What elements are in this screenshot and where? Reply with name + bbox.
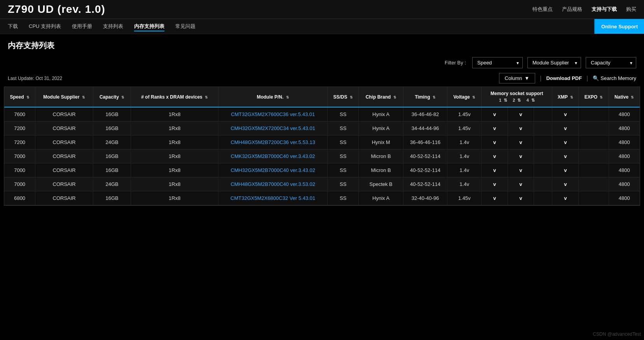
cell-socket2: v — [508, 121, 534, 135]
cell-timing: 34-44-44-96 — [403, 121, 447, 135]
cell-socket1: v — [482, 135, 508, 149]
nav-link-specs[interactable]: 产品规格 — [562, 6, 582, 13]
cell-native: 4800 — [609, 163, 640, 177]
cell-socket4 — [534, 177, 552, 191]
sec-nav-memory[interactable]: 内存支持列表 — [134, 21, 164, 31]
cell-socket2: v — [508, 191, 534, 205]
cell-expo — [579, 191, 609, 205]
capacity-filter[interactable]: Capacity — [586, 57, 636, 68]
supplier-filter[interactable]: Module Supplier — [527, 57, 581, 68]
cell-voltage: 1.4v — [447, 177, 482, 191]
sec-nav-support[interactable]: 支持列表 — [103, 21, 123, 31]
cell-capacity: 16GB — [93, 163, 131, 177]
cell-speed: 7000 — [4, 163, 35, 177]
th-supplier[interactable]: Module Supplier ⇅ — [35, 87, 93, 107]
cell-expo — [579, 177, 609, 191]
supplier-filter-wrapper: Module Supplier — [527, 57, 581, 68]
speed-filter[interactable]: Speed — [472, 57, 523, 68]
speed-filter-wrapper: Speed — [472, 57, 523, 68]
cell-socket2: v — [508, 107, 534, 121]
sort-icon-ssds: ⇅ — [350, 95, 353, 99]
filter-bar: Filter By : Speed Module Supplier Capaci… — [0, 54, 644, 71]
th-native[interactable]: Native ⇅ — [609, 87, 640, 107]
th-expo[interactable]: EXPO ⇅ — [579, 87, 609, 107]
cell-capacity: 16GB — [93, 191, 131, 205]
sort-icon-speed: ⇅ — [26, 95, 30, 99]
cell-socket1: v — [482, 177, 508, 191]
socket2-label[interactable]: 2 ⇅ — [513, 98, 521, 103]
cell-capacity: 24GB — [93, 177, 131, 191]
cell-socket1: v — [482, 163, 508, 177]
table-body: 7600CORSAIR16GB1Rx8CMT32GX5M2X7600C36 ve… — [4, 107, 640, 205]
sec-nav-cpu[interactable]: CPU 支持列表 — [29, 21, 61, 31]
cell-supplier: CORSAIR — [35, 135, 93, 149]
th-capacity[interactable]: Capacity ⇅ — [93, 87, 131, 107]
online-support-button[interactable]: Online Support — [594, 19, 644, 34]
cell-speed: 7600 — [4, 107, 35, 121]
nav-link-buy[interactable]: 购买 — [626, 6, 636, 13]
sec-nav-faq[interactable]: 常见问题 — [175, 21, 195, 31]
memory-support-title: 内存支持列表 — [8, 40, 636, 51]
cell-supplier: CORSAIR — [35, 163, 93, 177]
cell-voltage: 1.45v — [447, 107, 482, 121]
cell-xmp: v — [552, 135, 579, 149]
table-row: 7000CORSAIR16GB1Rx8CMK32GX5M2B7000C40 ve… — [4, 149, 640, 163]
cell-ssds: SS — [328, 121, 359, 135]
cell-expo — [579, 121, 609, 135]
cell-native: 4800 — [609, 191, 640, 205]
cell-timing: 36-46-46-116 — [403, 135, 447, 149]
table-row: 7600CORSAIR16GB1Rx8CMT32GX5M2X7600C36 ve… — [4, 107, 640, 121]
cell-chip-brand: Hynix A — [359, 121, 403, 135]
th-xmp[interactable]: XMP ⇅ — [552, 87, 579, 107]
cell-timing: 40-52-52-114 — [403, 149, 447, 163]
sort-icon-expo: ⇅ — [600, 95, 603, 99]
cell-speed: 7000 — [4, 149, 35, 163]
cell-socket4 — [534, 135, 552, 149]
sec-nav-manual[interactable]: 使用手册 — [72, 21, 92, 31]
nav-link-features[interactable]: 特色重点 — [532, 6, 553, 13]
cell-supplier: CORSAIR — [35, 121, 93, 135]
th-timing[interactable]: Timing ⇅ — [403, 87, 447, 107]
cell-socket4 — [534, 121, 552, 135]
th-chip-brand[interactable]: Chip Brand ⇅ — [359, 87, 403, 107]
memory-table: Speed ⇅ Module Supplier ⇅ Capacity ⇅ # o… — [4, 87, 640, 205]
cell-chip-brand: Micron B — [359, 149, 403, 163]
th-ranks[interactable]: # of Ranks x DRAM devices ⇅ — [131, 87, 218, 107]
cell-ssds: SS — [328, 177, 359, 191]
cell-ranks: 1Rx8 — [131, 191, 218, 205]
divider2: | — [586, 75, 588, 82]
cell-module-pn: CMK32GX5M2B7000C40 ver.3.43.02 — [218, 149, 328, 163]
socket1-label[interactable]: 1 ⇅ — [499, 98, 507, 103]
cell-socket4 — [534, 191, 552, 205]
cell-expo — [579, 135, 609, 149]
cell-socket2: v — [508, 135, 534, 149]
table-row: 7000CORSAIR24GB1Rx8CMH48GX5M2B7000C40 ve… — [4, 177, 640, 191]
toolbar-bar: Last Update: Oct 31, 2022 Column ▼ | Dow… — [0, 71, 644, 87]
cell-native: 4800 — [609, 149, 640, 163]
cell-ranks: 1Rx8 — [131, 135, 218, 149]
th-voltage[interactable]: Voltage ⇅ — [447, 87, 482, 107]
cell-ranks: 1Rx8 — [131, 149, 218, 163]
memory-socket-sub: 1 ⇅ 2 ⇅ 4 ⇅ — [485, 98, 549, 103]
top-nav: Z790 UD (rev. 1.0) 特色重点 产品规格 支持与下载 购买 — [0, 0, 644, 19]
cell-module-pn: CMH48GX5M2B7000C40 ver.3.53.02 — [218, 177, 328, 191]
memory-socket-group: Memory socket support 1 ⇅ 2 ⇅ 4 ⇅ — [485, 91, 549, 103]
column-button[interactable]: Column ▼ — [499, 73, 536, 83]
table-header-row: Speed ⇅ Module Supplier ⇅ Capacity ⇅ # o… — [4, 87, 640, 107]
cell-chip-brand: Micron B — [359, 163, 403, 177]
nav-link-support[interactable]: 支持与下载 — [592, 6, 617, 13]
cell-expo — [579, 107, 609, 121]
search-memory-button[interactable]: 🔍 Search Memory — [593, 75, 636, 81]
memory-table-container: Speed ⇅ Module Supplier ⇅ Capacity ⇅ # o… — [4, 87, 640, 206]
sort-icon-voltage: ⇅ — [472, 95, 475, 99]
socket4-label[interactable]: 4 ⇅ — [526, 98, 534, 103]
download-pdf-button[interactable]: Download PDF — [546, 75, 582, 81]
th-module-pn[interactable]: Module P/N. ⇅ — [218, 87, 328, 107]
th-ssds[interactable]: SS/DS ⇅ — [328, 87, 359, 107]
column-label: Column — [505, 75, 522, 81]
cell-ranks: 1Rx8 — [131, 107, 218, 121]
sec-nav: 下载 CPU 支持列表 使用手册 支持列表 内存支持列表 常见问题 Online… — [0, 19, 644, 34]
sec-nav-download[interactable]: 下载 — [8, 21, 18, 31]
sort-icon-supplier: ⇅ — [82, 95, 85, 99]
th-speed[interactable]: Speed ⇅ — [4, 87, 35, 107]
